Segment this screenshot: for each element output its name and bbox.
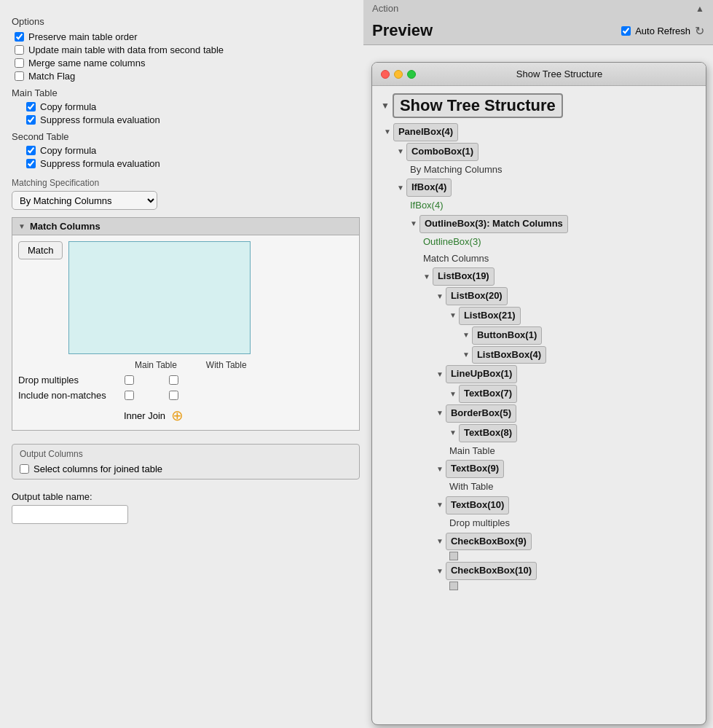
auto-refresh-row: Auto Refresh ↻ (621, 24, 704, 38)
tree-node: ▼OutlineBox(3): Match Columns (381, 214, 697, 234)
tree-label-green: OutlineBox(3) (423, 235, 481, 250)
tree-node: Main Table (381, 443, 697, 460)
triangle-icon: ▲ (696, 4, 704, 14)
main-suppress-formula-label: Suppress formula evaluation (40, 114, 160, 125)
drop-multiples-checkboxes (125, 375, 178, 385)
tree-node: ▼BorderBox(5) (381, 404, 697, 423)
tree-node: By Matching Columns (381, 162, 697, 179)
tree-expand-icon[interactable]: ▼ (423, 271, 430, 283)
tree-node: ▼TextBox(8) (381, 423, 697, 443)
tree-label-plain: Main Table (449, 444, 495, 459)
output-columns-label: Output Columns (20, 449, 352, 459)
match-columns-body: Match Main Table With Table Drop multipl… (12, 235, 360, 431)
include-non-matches-with-checkbox[interactable] (169, 391, 178, 400)
tree-label-bold: ButtonBox(1) (472, 326, 542, 345)
select-columns-checkbox[interactable] (20, 464, 29, 474)
second-suppress-formula-label: Suppress formula evaluation (40, 158, 160, 169)
tree-label-bold: ListBox(21) (459, 307, 521, 325)
tree-label-bold: IfBox(4) (406, 179, 452, 197)
option-match-flag-label: Match Flag (28, 71, 75, 82)
output-table-name-label: Output table name: (12, 491, 360, 502)
tree-node (381, 581, 697, 591)
main-copy-formula-label: Copy formula (40, 101, 96, 112)
tree-expand-icon[interactable]: ▼ (436, 369, 444, 380)
tree-expand-icon[interactable]: ▼ (449, 427, 457, 439)
drop-multiples-row: Drop multiples (18, 375, 353, 385)
tree-expand-icon[interactable]: ▼ (436, 499, 444, 511)
option-preserve-order: Preserve main table order (12, 31, 360, 42)
tree-node: OutlineBox(3) (381, 234, 697, 251)
tree-node: ▼CheckBoxBox(10) (381, 561, 697, 581)
output-table-name-input[interactable] (12, 505, 128, 524)
checkbox-main-suppress-formula[interactable] (26, 115, 36, 125)
tree-popup: Show Tree Structure ▼ Show Tree Structur… (371, 62, 706, 725)
main-suppress-formula: Suppress formula evaluation (23, 114, 360, 125)
tree-label-green: IfBox(4) (410, 198, 444, 214)
tree-expand-icon[interactable]: ▼ (397, 146, 404, 157)
tree-node (381, 551, 697, 561)
tree-root-label: Show Tree Structure (400, 96, 556, 114)
checkbox-update-main[interactable] (15, 45, 24, 55)
matching-spec-select[interactable]: By Matching Columns (12, 191, 157, 210)
tree-expand-icon[interactable]: ▼ (462, 349, 470, 361)
tree-label-bold: ListBox(20) (446, 287, 508, 305)
match-button[interactable]: Match (18, 241, 63, 259)
checkbox-main-copy-formula[interactable] (26, 102, 36, 111)
tree-expand-icon[interactable]: ▼ (384, 126, 391, 138)
main-table-col-header: Main Table (135, 360, 177, 370)
checkbox-match-flag[interactable] (15, 71, 24, 81)
tree-expand-icon[interactable]: ▼ (449, 388, 457, 400)
tree-label-bold: TextBox(10) (446, 496, 509, 514)
table-headers: Main Table With Table (18, 360, 353, 370)
tree-checkbox[interactable] (449, 582, 458, 590)
tree-popup-title: Show Tree Structure (422, 69, 697, 79)
tree-label-plain: Match Columns (423, 251, 489, 267)
option-merge-columns: Merge same name columns (12, 58, 360, 69)
match-columns-header: ▼ Match Columns (12, 217, 360, 235)
tree-checkbox[interactable] (449, 552, 458, 560)
option-update-main: Update main table with data from second … (12, 44, 360, 55)
second-copy-formula: Copy formula (23, 145, 360, 156)
auto-refresh-checkbox[interactable] (621, 26, 631, 36)
tree-node: ▼IfBox(4) (381, 178, 697, 197)
tree-expand-icon[interactable]: ▼ (436, 536, 444, 547)
main-table-title: Main Table (12, 87, 360, 98)
drop-multiples-main-checkbox[interactable] (125, 375, 134, 385)
refresh-icon[interactable]: ↻ (695, 24, 704, 38)
second-copy-formula-label: Copy formula (40, 145, 96, 156)
inner-join-toggle[interactable]: ⊕ (171, 407, 184, 424)
tree-node: ▼ListBox(21) (381, 306, 697, 326)
matching-spec-select-row: By Matching Columns (12, 191, 360, 210)
checkbox-merge-columns[interactable] (15, 58, 24, 68)
match-list-area[interactable] (68, 241, 251, 354)
include-non-matches-main-checkbox[interactable] (125, 391, 134, 400)
tree-label-bold: LineUpBox(1) (446, 365, 518, 383)
second-table-title: Second Table (12, 131, 360, 142)
tree-expand-icon[interactable]: ▼ (462, 329, 470, 341)
tree-expand-icon[interactable]: ▼ (436, 463, 444, 475)
tree-expand-icon[interactable]: ▼ (436, 565, 444, 577)
drop-multiples-with-checkbox[interactable] (169, 375, 178, 385)
tree-label-bold: CheckBoxBox(10) (446, 562, 537, 580)
tree-expand-icon[interactable]: ▼ (436, 407, 444, 419)
match-area: Match (18, 241, 353, 354)
tree-label-bold: CheckBoxBox(9) (446, 533, 532, 551)
tree-expand-icon[interactable]: ▼ (436, 291, 444, 302)
match-columns-triangle: ▼ (18, 222, 25, 230)
minimize-button[interactable] (394, 70, 403, 79)
tree-expand-icon[interactable]: ▼ (410, 218, 417, 230)
checkbox-preserve-order[interactable] (15, 32, 24, 42)
close-button[interactable] (381, 70, 390, 79)
tree-node: Match Columns (381, 251, 697, 267)
maximize-button[interactable] (407, 70, 416, 79)
tree-expand-icon[interactable]: ▼ (449, 310, 457, 321)
output-columns-section: Output Columns Select columns for joined… (12, 444, 360, 480)
checkbox-second-suppress-formula[interactable] (26, 159, 36, 168)
tree-node: ▼TextBox(7) (381, 384, 697, 404)
tree-node: ▼LineUpBox(1) (381, 364, 697, 384)
root-collapse-icon[interactable]: ▼ (381, 101, 390, 111)
checkbox-second-copy-formula[interactable] (26, 146, 36, 155)
tree-expand-icon[interactable]: ▼ (397, 182, 404, 194)
option-preserve-order-label: Preserve main table order (28, 31, 138, 42)
option-match-flag: Match Flag (12, 71, 360, 82)
